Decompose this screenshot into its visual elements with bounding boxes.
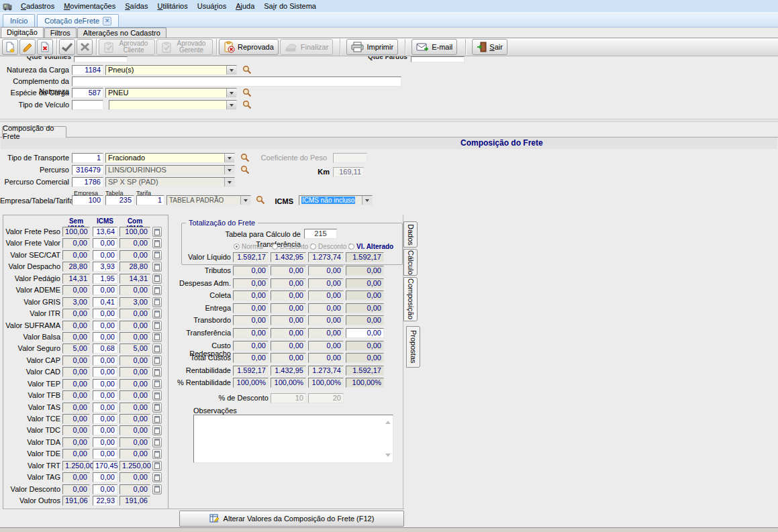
- icms-field[interactable]: 0,00: [93, 403, 117, 413]
- calculator-button[interactable]: [152, 227, 162, 237]
- calculator-button[interactable]: [152, 343, 162, 354]
- clipped-field-left[interactable]: [74, 56, 128, 62]
- value-desconto1-field[interactable]: 0,00: [271, 290, 306, 301]
- sem-icms-field[interactable]: 3,00: [62, 297, 90, 307]
- chevron-down-icon[interactable]: [226, 101, 236, 109]
- value-desconto2-field[interactable]: 0,00: [308, 315, 344, 325]
- empresa-field[interactable]: 100: [72, 195, 103, 205]
- value-desconto2-field[interactable]: 0,00: [308, 303, 344, 313]
- chevron-down-icon[interactable]: [226, 66, 236, 74]
- value-desconto2-field[interactable]: 0,00: [308, 328, 344, 338]
- valor-liquido-desconto2[interactable]: 1.273,74: [308, 252, 344, 262]
- sem-icms-field[interactable]: 100,00: [62, 227, 90, 237]
- value-alterado-field[interactable]: 0,00: [346, 278, 384, 288]
- cancel-button[interactable]: [77, 39, 93, 55]
- chevron-down-icon[interactable]: [240, 196, 250, 205]
- menu-item[interactable]: Ajuda: [231, 1, 259, 11]
- icms-field[interactable]: 0,00: [93, 449, 117, 459]
- value-normal-field[interactable]: 1.592,17: [233, 366, 269, 376]
- sem-icms-field[interactable]: 0,00: [62, 425, 90, 435]
- value-desconto1-field[interactable]: 0,00: [271, 266, 306, 276]
- tipo-transporte-combo[interactable]: Fracionado: [105, 153, 235, 163]
- scroll-up-icon[interactable]: [385, 418, 391, 424]
- percurso-comercial-combo[interactable]: SP X SP (PAD): [105, 177, 235, 187]
- value-desconto1-field[interactable]: 0,00: [271, 315, 306, 325]
- calculator-button[interactable]: [152, 472, 162, 482]
- icms-field[interactable]: 0,00: [93, 379, 117, 389]
- value-normal-field[interactable]: 100,00%: [233, 378, 269, 388]
- value-normal-field[interactable]: 0,00: [233, 303, 269, 313]
- tab-digitacao[interactable]: Digitação: [1, 27, 44, 38]
- calculator-button[interactable]: [152, 461, 162, 471]
- reprovada-button[interactable]: Reprovada: [219, 39, 279, 55]
- calculator-button[interactable]: [152, 367, 162, 377]
- tab-composicao[interactable]: Composição: [403, 277, 418, 321]
- tab-propostas[interactable]: Propostas: [406, 326, 420, 368]
- sem-icms-field[interactable]: 0,00: [62, 332, 90, 342]
- percurso-combo[interactable]: LINS/OURINHOS: [105, 165, 235, 175]
- sem-icms-field[interactable]: 0,00: [62, 367, 90, 377]
- value-desconto1-field[interactable]: 0,00: [271, 341, 306, 351]
- calculator-button[interactable]: [152, 250, 162, 260]
- calculator-button[interactable]: [152, 484, 162, 494]
- icms-field[interactable]: 0,00: [93, 356, 117, 366]
- icms-field[interactable]: 0,00: [93, 332, 117, 342]
- tipo-transporte-code-field[interactable]: 1: [72, 153, 103, 163]
- value-alterado-field[interactable]: 0,00: [346, 353, 384, 363]
- icms-field[interactable]: 0,00: [93, 285, 117, 295]
- natureza-carga-code-field[interactable]: 1184: [72, 65, 103, 75]
- com-icms-field[interactable]: 0,00: [119, 238, 150, 248]
- com-icms-field[interactable]: 0,00: [119, 356, 150, 366]
- percurso-search-icon[interactable]: [240, 165, 250, 174]
- tab-calculo[interactable]: Cálculo: [403, 249, 418, 276]
- com-icms-field[interactable]: 14,31: [119, 274, 150, 284]
- tarifa-field[interactable]: 1: [136, 195, 164, 205]
- icms-field[interactable]: 0,00: [93, 309, 117, 319]
- icms-field[interactable]: 0,00: [93, 472, 117, 482]
- com-icms-field[interactable]: 0,00: [119, 379, 150, 389]
- sem-icms-field[interactable]: 1.250,00: [62, 461, 90, 471]
- com-icms-field[interactable]: 0,00: [119, 403, 150, 413]
- sem-icms-field[interactable]: 0,00: [62, 484, 90, 494]
- value-desconto1-field[interactable]: 0,00: [271, 328, 306, 338]
- sem-icms-field[interactable]: 0,00: [62, 238, 90, 248]
- icms-field[interactable]: 0,00: [93, 484, 117, 494]
- tab-filtros[interactable]: Filtros: [44, 28, 77, 38]
- icms-field[interactable]: 0,00: [93, 250, 117, 260]
- sair-button[interactable]: Sair: [472, 39, 507, 55]
- especie-search-icon[interactable]: [242, 88, 252, 97]
- price-mode-radio[interactable]: Vl. Alterado: [348, 243, 393, 250]
- calculator-button[interactable]: [152, 449, 162, 459]
- value-desconto2-field[interactable]: 0,00: [308, 266, 344, 276]
- icms-field[interactable]: 0,68: [93, 343, 117, 354]
- transporte-search-icon[interactable]: [240, 153, 250, 162]
- calculator-button[interactable]: [152, 309, 162, 319]
- sem-icms-field[interactable]: 0,00: [62, 285, 90, 295]
- confirm-button[interactable]: [59, 39, 75, 55]
- com-icms-field[interactable]: 0,00: [119, 449, 150, 459]
- price-mode-radio[interactable]: Desconto 2: [310, 243, 352, 250]
- calculator-button[interactable]: [152, 379, 162, 389]
- natureza-search-icon[interactable]: [242, 65, 252, 74]
- sem-icms-field[interactable]: 0,00: [62, 356, 90, 366]
- sem-icms-field[interactable]: 0,00: [62, 449, 90, 459]
- com-icms-field[interactable]: 0,00: [119, 414, 150, 424]
- menu-item[interactable]: Utilitários: [152, 1, 192, 11]
- coeficiente-peso-field[interactable]: [333, 153, 367, 163]
- tabela-search-icon[interactable]: [256, 195, 265, 205]
- value-desconto2-field[interactable]: 0,00: [308, 341, 344, 351]
- com-icms-field[interactable]: 1.250,00: [119, 461, 150, 471]
- alterar-valores-button[interactable]: Alterar Valores da Composição do Frete (…: [179, 511, 404, 527]
- value-normal-field[interactable]: 0,00: [233, 278, 269, 288]
- tab-alteracoes-cadastro[interactable]: Alterações no Cadastro: [77, 28, 166, 38]
- com-icms-field[interactable]: 0,00: [119, 321, 150, 331]
- icms-field[interactable]: 0,00: [93, 321, 117, 331]
- value-desconto1-field[interactable]: 1.432,95: [271, 366, 306, 376]
- chevron-down-icon[interactable]: [224, 154, 234, 162]
- value-desconto2-field[interactable]: 1.273,74: [308, 366, 344, 376]
- calculator-button[interactable]: [152, 274, 162, 284]
- value-alterado-field[interactable]: 0,00: [346, 341, 384, 351]
- com-icms-field[interactable]: 0,00: [119, 367, 150, 377]
- icms-field[interactable]: 0,00: [93, 425, 117, 435]
- calculator-button[interactable]: [152, 285, 162, 295]
